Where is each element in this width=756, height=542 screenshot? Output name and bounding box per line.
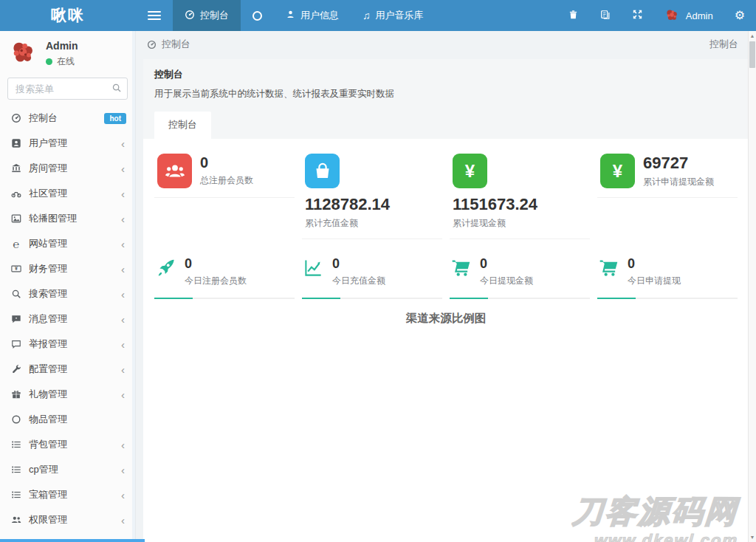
- sidebar-item-dashboard[interactable]: 控制台 hot: [0, 106, 135, 131]
- stat-today-withdraw[interactable]: 0 今日提现金额: [450, 253, 590, 299]
- stat-today-recharge[interactable]: 0 今日充值金额: [302, 253, 442, 299]
- sidebar-item-permissions[interactable]: 权限管理‹: [0, 507, 135, 532]
- dashboard-panel: 控制台 用于展示当前系统中的统计数据、统计报表及重要实时数据 控制台 0 总注册…: [143, 59, 749, 542]
- nav-tab-user-music[interactable]: ♫ 用户音乐库: [351, 0, 436, 31]
- cart-icon: [599, 258, 619, 278]
- money-icon: ¥: [10, 264, 22, 274]
- hamburger-icon: [148, 11, 161, 20]
- wrench-icon: [10, 364, 22, 374]
- sidebar-item-search-mgmt[interactable]: 搜索管理‹: [0, 281, 135, 306]
- stats-row-1: 0 总注册会员数 1128782.14 累计充值金额 ¥ 1151673.24 …: [154, 151, 738, 239]
- gear-icon: ⚙: [735, 10, 745, 21]
- cart-icon: [451, 258, 472, 278]
- music-icon: ♫: [362, 10, 371, 21]
- sidebar-toggle-button[interactable]: [136, 0, 173, 31]
- breadcrumb: 控制台 控制台: [136, 31, 756, 58]
- chevron-left-icon: ‹: [121, 213, 126, 224]
- search-input[interactable]: [7, 78, 128, 100]
- sidebar-item-gifts[interactable]: 礼物管理‹: [0, 382, 135, 407]
- sidebar-item-backpack[interactable]: 背包管理‹: [0, 432, 135, 457]
- top-navbar: 啾咪 控制台 用户信息 ♫ 用户音乐库: [0, 0, 756, 31]
- stat-total-withdraw[interactable]: ¥ 1151673.24 累计提现金额: [450, 151, 590, 239]
- chevron-left-icon: ‹: [121, 289, 126, 300]
- stat-value: 0: [185, 257, 247, 272]
- watermark: 刀客源码网 www.dkewl.com: [572, 491, 738, 542]
- sidebar-item-reports[interactable]: 举报管理‹: [0, 332, 135, 357]
- online-dot-icon: [46, 58, 52, 65]
- settings-button[interactable]: ⚙: [728, 0, 752, 31]
- chart-title: 渠道来源比例图: [154, 311, 738, 326]
- nav-tab-label: 用户音乐库: [376, 9, 424, 22]
- chevron-left-icon: ‹: [121, 464, 126, 476]
- sidebar-item-items[interactable]: 物品管理: [0, 407, 135, 432]
- stat-value: 69727: [643, 154, 714, 172]
- gift-icon: [10, 389, 22, 399]
- scroll-up-arrow[interactable]: ▲: [749, 32, 756, 40]
- user-square-icon: [10, 138, 22, 148]
- hot-badge: hot: [104, 113, 126, 124]
- stat-total-members[interactable]: 0 总注册会员数: [154, 151, 295, 198]
- sidebar-item-config[interactable]: 配置管理‹: [0, 357, 135, 382]
- dashboard-icon: [147, 40, 157, 49]
- breadcrumb-current: 控制台: [709, 38, 738, 51]
- circle-icon: [252, 11, 262, 21]
- image-icon: [10, 213, 22, 224]
- sidebar-menu: 控制台 hot 用户管理‹ 房间管理‹ 社区管理‹ 轮播图管理‹ ℮ 网站管理‹…: [0, 106, 135, 542]
- main-area: 控制台 控制台 控制台 用于展示当前系统中的统计数据、统计报表及重要实时数据 控…: [136, 31, 756, 542]
- users-group-icon: [157, 154, 192, 188]
- report-icon: [10, 339, 22, 349]
- sidebar-user-panel: Admin 在线: [0, 31, 135, 73]
- stat-value: 0: [200, 154, 253, 171]
- avatar: [7, 38, 38, 69]
- chevron-left-icon: ‹: [121, 239, 126, 250]
- yen-icon: ¥: [453, 154, 487, 188]
- stat-label: 今日申请提现: [628, 275, 681, 287]
- user-icon: [286, 10, 295, 21]
- yen-icon: ¥: [600, 154, 635, 188]
- sidebar-item-cp[interactable]: cp管理‹: [0, 457, 135, 482]
- stat-label: 今日充值金额: [332, 275, 385, 287]
- sidebar-item-carousel[interactable]: 轮播图管理‹: [0, 206, 135, 231]
- bank-icon: [10, 163, 22, 174]
- breadcrumb-link[interactable]: 控制台: [162, 38, 190, 51]
- message-icon: [10, 314, 22, 324]
- sidebar-item-messages[interactable]: 消息管理‹: [0, 306, 135, 332]
- cache-button[interactable]: [594, 0, 617, 31]
- chevron-left-icon: ‹: [121, 439, 126, 450]
- sidebar-item-users[interactable]: 用户管理‹: [0, 131, 135, 156]
- online-status-label: 在线: [57, 55, 75, 68]
- scroll-down-arrow[interactable]: ▼: [749, 533, 756, 541]
- stat-value: 1151673.24: [453, 196, 587, 213]
- sidebar-item-finance[interactable]: ¥ 财务管理‹: [0, 256, 135, 281]
- scrollbar-thumb[interactable]: [749, 41, 755, 68]
- users-icon: [10, 515, 22, 525]
- search-icon: [10, 289, 22, 299]
- sidebar-item-rooms[interactable]: 房间管理‹: [0, 156, 135, 181]
- user-menu[interactable]: Admin: [658, 7, 719, 24]
- sidebar-item-website[interactable]: ℮ 网站管理‹: [0, 231, 135, 256]
- stat-total-recharge[interactable]: 1128782.14 累计充值金额: [302, 151, 442, 239]
- watermark-text: 刀客源码网: [571, 491, 740, 532]
- sidebar-item-community[interactable]: 社区管理‹: [0, 181, 135, 206]
- fullscreen-button[interactable]: [626, 0, 649, 31]
- nav-tab-dashboard[interactable]: 控制台: [173, 0, 241, 31]
- nav-tab-user-info[interactable]: 用户信息: [274, 0, 351, 31]
- page-subtitle: 用于展示当前系统中的统计数据、统计报表及重要实时数据: [154, 88, 738, 100]
- stat-value: 0: [332, 257, 385, 272]
- copy-icon: [600, 10, 611, 22]
- chevron-left-icon: ‹: [121, 364, 126, 375]
- app-logo[interactable]: 啾咪: [0, 0, 136, 31]
- chevron-left-icon: ‹: [121, 163, 126, 174]
- chevron-left-icon: ‹: [121, 389, 126, 400]
- chevron-left-icon: ‹: [121, 314, 126, 325]
- trash-button[interactable]: [562, 0, 585, 31]
- nav-tab-circle[interactable]: [241, 0, 274, 31]
- sidebar-item-treasure[interactable]: 宝箱管理‹: [0, 482, 135, 507]
- stat-today-members[interactable]: 0 今日注册会员数: [154, 253, 295, 299]
- sidebar-scrollbar[interactable]: [0, 539, 145, 542]
- stat-total-withdraw-request[interactable]: ¥ 69727 累计申请提现金额: [597, 151, 738, 198]
- stat-value: 0: [628, 257, 681, 272]
- stat-today-withdraw-request[interactable]: 0 今日申请提现: [597, 253, 738, 299]
- stat-value: 1128782.14: [305, 196, 439, 213]
- tab-dashboard[interactable]: 控制台: [154, 112, 211, 139]
